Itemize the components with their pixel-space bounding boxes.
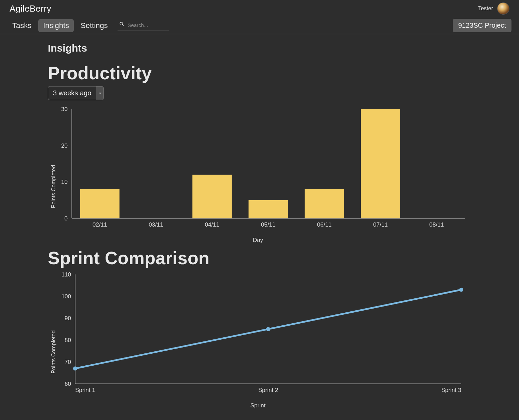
- svg-text:60: 60: [65, 381, 71, 387]
- svg-text:08/11: 08/11: [429, 221, 444, 228]
- productivity-title: Productivity: [48, 63, 471, 83]
- svg-text:05/11: 05/11: [261, 221, 276, 228]
- sprint-title: Sprint Comparison: [48, 248, 471, 268]
- page-title: Insights: [48, 42, 471, 54]
- svg-text:80: 80: [65, 337, 71, 343]
- svg-text:Sprint 2: Sprint 2: [258, 387, 278, 393]
- svg-text:03/11: 03/11: [149, 221, 163, 228]
- svg-rect-15: [361, 109, 400, 218]
- svg-text:90: 90: [65, 315, 71, 322]
- productivity-ylabel: Points Completed: [51, 165, 57, 208]
- project-selector[interactable]: 9123SC Project: [453, 19, 511, 32]
- svg-rect-13: [305, 189, 344, 218]
- svg-text:Sprint 3: Sprint 3: [441, 387, 461, 393]
- sprint-chart: Points Completed 60708090100110Sprint 1S…: [48, 271, 468, 415]
- svg-text:20: 20: [61, 143, 68, 149]
- svg-rect-6: [80, 189, 120, 218]
- nav-tasks[interactable]: Tasks: [8, 19, 36, 32]
- topbar: AgileBerry Tester: [0, 0, 519, 17]
- sprint-chart-svg: 60708090100110Sprint 1Sprint 2Sprint 3: [48, 271, 468, 401]
- svg-text:110: 110: [62, 271, 71, 278]
- svg-text:0: 0: [65, 215, 68, 222]
- svg-point-26: [73, 366, 77, 370]
- svg-text:06/11: 06/11: [317, 221, 332, 228]
- brand[interactable]: AgileBerry: [10, 3, 51, 14]
- svg-point-28: [459, 288, 463, 292]
- svg-point-27: [266, 327, 270, 331]
- svg-rect-9: [192, 175, 232, 218]
- sprint-ylabel: Points Completed: [51, 330, 57, 374]
- search-input[interactable]: [128, 22, 165, 28]
- navbar: Tasks Insights Settings 9123SC Project: [0, 17, 519, 34]
- svg-text:10: 10: [61, 179, 68, 185]
- username-label: Tester: [478, 5, 493, 12]
- svg-text:07/11: 07/11: [373, 221, 388, 228]
- search-wrap[interactable]: [118, 21, 169, 30]
- chevron-down-icon: [96, 86, 104, 100]
- sprint-xlabel: Sprint: [48, 402, 468, 409]
- search-icon: [119, 21, 125, 29]
- range-select-value: 3 weeks ago: [48, 86, 96, 100]
- avatar[interactable]: [497, 2, 509, 15]
- svg-text:04/11: 04/11: [205, 221, 219, 228]
- svg-rect-11: [249, 200, 288, 218]
- svg-text:30: 30: [61, 106, 68, 112]
- svg-text:Sprint 1: Sprint 1: [75, 387, 95, 393]
- nav-insights[interactable]: Insights: [38, 19, 74, 32]
- svg-text:70: 70: [65, 359, 71, 365]
- content: Insights Productivity 3 weeks ago Points…: [0, 34, 519, 415]
- productivity-xlabel: Day: [48, 237, 468, 244]
- svg-text:02/11: 02/11: [93, 221, 107, 228]
- nav-settings[interactable]: Settings: [76, 19, 113, 32]
- range-select[interactable]: 3 weeks ago: [48, 86, 104, 100]
- productivity-chart-svg: 010203002/1103/1104/1105/1106/1107/1108/…: [48, 106, 468, 235]
- productivity-chart: Points Completed 010203002/1103/1104/110…: [48, 106, 468, 246]
- svg-text:100: 100: [62, 293, 71, 300]
